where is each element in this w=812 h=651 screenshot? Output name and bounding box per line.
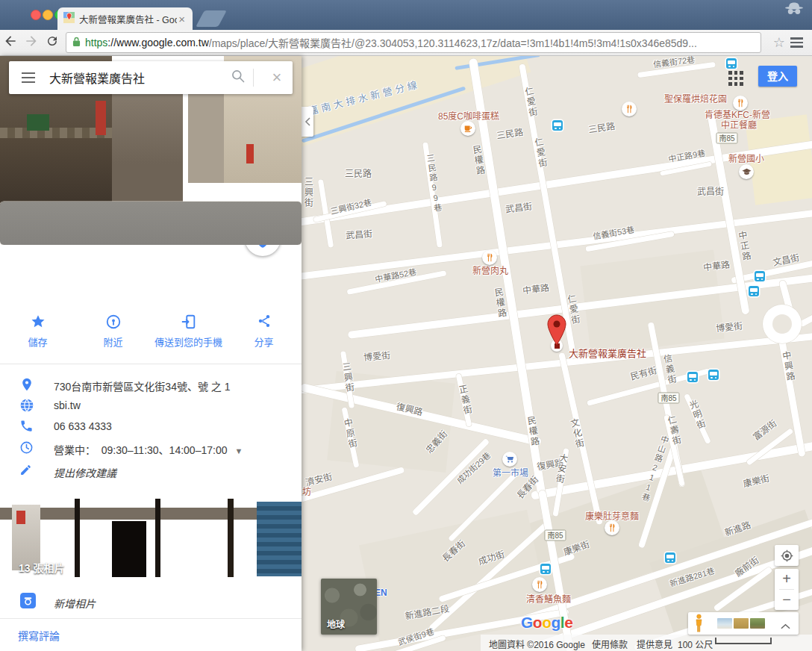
bookmark-star-icon[interactable]: ☆ xyxy=(773,34,785,51)
chevron-up-icon[interactable] xyxy=(781,619,790,632)
send-to-phone-icon xyxy=(151,314,226,333)
imagery-thumbnail[interactable] xyxy=(734,618,749,629)
phone-row[interactable]: 06 633 4333 xyxy=(0,419,302,435)
bus-stop-icon[interactable] xyxy=(749,286,759,296)
place-pin[interactable] xyxy=(547,314,566,349)
url-bar[interactable]: https://www.google.com.tw/maps/place/大新營… xyxy=(66,32,761,53)
close-icon[interactable]: × xyxy=(261,69,293,86)
bus-stop-icon[interactable] xyxy=(687,372,698,382)
chevron-down-icon[interactable]: ▼ xyxy=(234,446,243,455)
route-shield: 南85 xyxy=(716,133,737,144)
restaurant-icon[interactable] xyxy=(622,102,637,116)
terms-link[interactable]: 使用條款 xyxy=(592,638,628,650)
clock-icon xyxy=(19,440,34,458)
close-window-button[interactable] xyxy=(31,10,41,20)
place-header: 大新營報業廣告社 報社 規劃路線 xyxy=(0,245,302,300)
poi-label[interactable]: 新營國小 xyxy=(728,152,764,164)
minimize-window-button[interactable] xyxy=(43,10,53,20)
place-label[interactable]: 大新營報業廣告社 xyxy=(569,346,646,360)
apps-grid-icon[interactable] xyxy=(728,71,746,86)
imagery-thumbnail[interactable] xyxy=(717,618,732,629)
share-icon xyxy=(226,314,302,331)
photo-detail xyxy=(112,521,146,577)
restaurant-icon[interactable] xyxy=(532,577,547,592)
hamburger-menu-icon[interactable] xyxy=(9,69,48,86)
bus-stop-icon[interactable] xyxy=(708,370,719,380)
back-button[interactable] xyxy=(0,34,21,52)
divider xyxy=(253,69,254,87)
scale-bar xyxy=(715,638,772,644)
zoom-out-button[interactable]: − xyxy=(775,590,799,610)
share-button[interactable]: 分享 xyxy=(226,300,302,364)
bus-stop-icon[interactable] xyxy=(540,564,551,574)
pegman-icon[interactable] xyxy=(694,614,704,636)
hours-row[interactable]: 營業中： 09:30–11:30、14:00–17:00▼ xyxy=(0,440,302,457)
my-location-button[interactable] xyxy=(775,545,799,566)
map-canvas[interactable]: 三民路三民路三民路武昌街武昌街武昌街三興街32巷中華路52巷中華路中華路信義街5… xyxy=(302,56,812,651)
titlebar: 大新營報業廣告社 - Google × xyxy=(0,0,812,30)
poi-label[interactable]: 清香鱔魚麵 xyxy=(526,592,571,605)
place-title: 大新營報業廣告社 xyxy=(18,255,131,275)
suggest-edit-row[interactable]: 提出修改建議 xyxy=(0,464,302,480)
poi-label[interactable]: 坊 xyxy=(302,485,311,497)
street-label: 三興街 xyxy=(302,177,315,208)
nearby-icon xyxy=(75,314,151,333)
street-label: 文化街 xyxy=(567,417,587,451)
earth-label: 地球 xyxy=(327,617,345,630)
send-to-phone-button[interactable]: 傳送到您的手機 xyxy=(151,300,226,364)
restaurant-icon[interactable] xyxy=(733,96,748,110)
bus-stop-icon[interactable] xyxy=(665,552,675,563)
bus-stop-icon[interactable] xyxy=(755,271,765,281)
restaurant-icon[interactable] xyxy=(605,520,619,535)
address-row[interactable]: 730台南市新營區文化街34號、號 之 1 xyxy=(0,377,302,393)
nearby-button[interactable]: 附近 xyxy=(75,300,151,364)
sign-in-button[interactable]: 登入 xyxy=(758,66,797,87)
street-label: 康樂街 xyxy=(742,471,771,490)
poi-label[interactable]: 新營肉丸 xyxy=(472,264,508,276)
reload-button[interactable] xyxy=(42,34,63,51)
photo-strip[interactable]: 13 張相片 xyxy=(0,499,302,577)
market-icon[interactable] xyxy=(502,452,517,467)
zoom-in-button[interactable]: + xyxy=(775,569,799,589)
collapse-panel-button[interactable] xyxy=(302,107,313,137)
forward-button[interactable] xyxy=(21,34,42,52)
street-label: 中華路 xyxy=(522,280,550,296)
write-review-label: 撰寫評論 xyxy=(18,628,60,643)
poi-label[interactable]: 聖保羅烘焙花園 xyxy=(664,92,727,105)
tab-close-icon[interactable]: × xyxy=(177,13,187,25)
feedback-link[interactable]: 提供意見 xyxy=(637,638,672,650)
photo-detail xyxy=(257,502,302,576)
street-label: 中華路 xyxy=(702,257,731,272)
map-layers: 三民路三民路三民路武昌街武昌街武昌街三興街32巷中華路52巷中華路中華路信義街5… xyxy=(302,56,812,651)
school-icon[interactable] xyxy=(739,164,754,179)
website-row[interactable]: sbi.tw xyxy=(0,398,302,414)
search-icon[interactable] xyxy=(231,69,246,87)
street-label: 博愛街 xyxy=(363,348,390,363)
photo-count-label: 13 張相片 xyxy=(19,560,64,575)
browser-toolbar: https://www.google.com.tw/maps/place/大新營… xyxy=(0,30,812,56)
streetview-photo[interactable]: × xyxy=(0,56,302,245)
place-details: 730台南市新營區文化街34號、號 之 1 sbi.tw 06 633 4333… xyxy=(0,364,302,499)
chrome-menu-icon[interactable] xyxy=(785,35,808,49)
add-photo-row[interactable]: 新增相片 xyxy=(0,577,302,619)
poi-label[interactable]: 康樂肚芽意麵 xyxy=(585,509,639,522)
poi-label[interactable]: 85度C咖啡蛋糕 xyxy=(438,109,499,122)
browser-tab[interactable]: 大新營報業廣告社 - Google × xyxy=(57,7,193,30)
poi-label[interactable]: 第一市場 xyxy=(493,466,528,479)
bus-stop-icon[interactable] xyxy=(726,58,737,69)
street-label: 民有街 xyxy=(628,363,658,382)
earth-view-toggle[interactable]: 地球 xyxy=(321,579,377,635)
street-label: 正義街 xyxy=(455,384,474,417)
bus-stop-icon[interactable] xyxy=(552,120,563,131)
save-button[interactable]: 儲存 xyxy=(0,300,75,364)
poi-label[interactable]: 中正餐廳 xyxy=(721,118,757,131)
imagery-thumbnail[interactable] xyxy=(750,618,765,629)
cafe-icon[interactable] xyxy=(460,121,475,136)
write-review-row[interactable]: 撰寫評論 xyxy=(0,619,302,651)
restaurant-icon[interactable] xyxy=(482,250,497,265)
directions-label[interactable]: 規劃路線 xyxy=(247,277,286,291)
google-logo[interactable]: Google xyxy=(521,614,572,632)
search-input[interactable] xyxy=(48,70,231,85)
streetview-road xyxy=(0,202,302,245)
new-tab-button[interactable] xyxy=(196,10,227,27)
